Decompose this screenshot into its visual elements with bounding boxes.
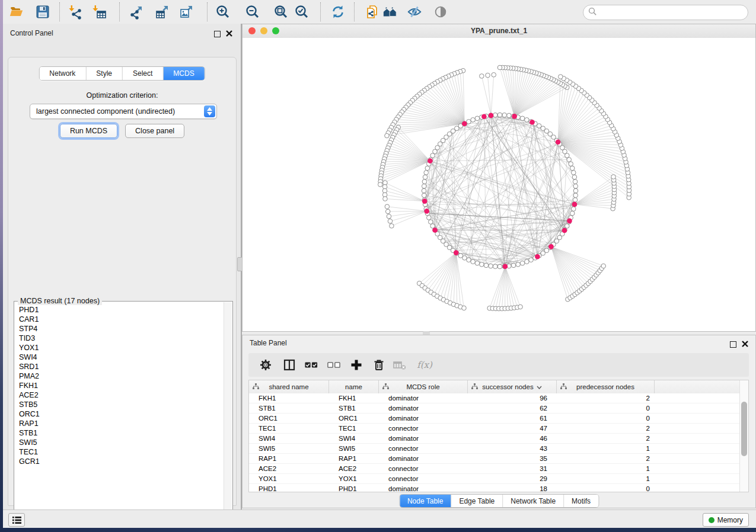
table-row[interactable]: RAP1RAP1dominator352 xyxy=(249,454,740,464)
tab-style[interactable]: Style xyxy=(86,67,123,80)
mcds-list-scrollbar[interactable] xyxy=(224,302,232,521)
show-columns-icon[interactable] xyxy=(283,358,296,371)
tab-select[interactable]: Select xyxy=(123,67,163,80)
tab-node-table[interactable]: Node Table xyxy=(400,495,452,507)
optimization-criterion-select[interactable]: largest connected component (undirected) xyxy=(30,104,217,119)
desktop-background-bottom xyxy=(0,528,756,532)
table-row[interactable]: TEC1TEC1connector472 xyxy=(249,424,740,434)
copy-network-icon[interactable] xyxy=(365,4,380,20)
table-row[interactable]: ACE2ACE2connector311 xyxy=(249,464,740,474)
open-file-icon[interactable] xyxy=(9,4,24,20)
status-bar: Memory xyxy=(3,509,756,528)
show-log-button[interactable] xyxy=(8,513,25,527)
table-cell: SWI5 xyxy=(329,445,379,452)
run-mcds-button[interactable]: Run MCDS xyxy=(60,124,117,138)
show-all-icon[interactable] xyxy=(433,4,448,20)
column-type-icon xyxy=(471,383,478,391)
zoom-in-icon[interactable] xyxy=(215,4,231,20)
table-row[interactable]: SWI4SWI4dominator462 xyxy=(249,434,740,444)
column-header-name[interactable]: name xyxy=(329,380,379,393)
list-item[interactable]: SWI5 xyxy=(19,438,224,447)
select-all-columns-icon[interactable] xyxy=(305,358,318,371)
table-scrollbar[interactable] xyxy=(739,380,748,492)
list-item[interactable]: STB5 xyxy=(19,400,224,409)
table-options-icon[interactable] xyxy=(259,358,272,371)
list-item[interactable]: YOX1 xyxy=(19,343,224,352)
float-panel-icon[interactable] xyxy=(214,31,221,37)
list-item[interactable]: GCR1 xyxy=(19,457,224,466)
table-cell: 2 xyxy=(557,435,655,442)
export-image-icon[interactable] xyxy=(179,4,194,20)
list-item[interactable]: STP4 xyxy=(19,324,224,334)
list-item[interactable]: ORC1 xyxy=(19,409,224,419)
tab-network-table[interactable]: Network Table xyxy=(503,495,564,507)
save-session-icon[interactable] xyxy=(35,4,50,20)
column-header-predecessor-nodes[interactable]: predecessor nodes xyxy=(557,380,655,393)
table-row[interactable]: PHD1PHD1dominator180 xyxy=(249,484,740,492)
network-window-titlebar[interactable]: YPA_prune.txt_1 xyxy=(243,24,755,39)
list-item[interactable]: RAP1 xyxy=(19,419,224,428)
table-cell: TEC1 xyxy=(329,425,379,432)
list-item[interactable]: SWI4 xyxy=(19,352,224,362)
add-column-icon[interactable] xyxy=(350,358,363,371)
mcds-tab-panel: Optimization criterion: largest connecte… xyxy=(8,57,237,506)
table-row[interactable]: YOX1YOX1connector291 xyxy=(249,474,740,484)
node-table-body: FKH1FKH1dominator962STB1STB1dominator620… xyxy=(249,393,740,492)
float-panel-icon[interactable] xyxy=(730,341,736,348)
zoom-fit-icon[interactable] xyxy=(273,4,289,20)
network-window-title: YPA_prune.txt_1 xyxy=(243,27,755,35)
tab-motifs[interactable]: Motifs xyxy=(564,495,598,507)
zoom-out-icon[interactable] xyxy=(245,4,260,20)
table-cell: RAP1 xyxy=(329,455,379,462)
import-network-icon[interactable] xyxy=(68,4,84,20)
list-item[interactable]: ACE2 xyxy=(19,390,224,400)
export-table-icon[interactable] xyxy=(155,4,170,20)
first-neighbors-icon[interactable] xyxy=(382,4,398,20)
table-cell: TEC1 xyxy=(249,425,329,432)
column-header-mcds-role[interactable]: MCDS role xyxy=(379,380,468,393)
table-row[interactable]: FKH1FKH1dominator962 xyxy=(249,393,740,403)
select-stepper-icon xyxy=(204,105,215,117)
table-scrollbar-thumb[interactable] xyxy=(741,402,747,456)
node-table: shared name name MCDS role successor nod… xyxy=(248,380,749,492)
tab-edge-table[interactable]: Edge Table xyxy=(451,495,503,507)
list-item[interactable]: PMA2 xyxy=(19,371,224,381)
import-table-icon[interactable] xyxy=(92,4,107,20)
table-row[interactable]: STB1STB1dominator620 xyxy=(249,403,740,414)
refresh-icon[interactable] xyxy=(330,4,346,20)
memory-status-icon xyxy=(709,517,714,523)
list-item[interactable]: SRD1 xyxy=(19,362,224,371)
close-panel-icon[interactable] xyxy=(226,28,232,39)
list-item[interactable]: TEC1 xyxy=(19,447,224,457)
table-cell: 0 xyxy=(557,415,655,422)
list-item[interactable]: CAR1 xyxy=(19,315,224,324)
export-network-icon[interactable] xyxy=(129,4,144,20)
close-panel-icon[interactable] xyxy=(742,339,748,350)
search-input[interactable] xyxy=(597,8,748,17)
list-item[interactable]: TID3 xyxy=(19,334,224,343)
hide-selected-icon[interactable] xyxy=(407,4,422,20)
column-header-successor-nodes[interactable]: successor nodes xyxy=(468,380,557,393)
column-header-shared-name[interactable]: shared name xyxy=(249,380,329,393)
network-graph[interactable] xyxy=(243,38,755,331)
delete-columns-icon[interactable] xyxy=(372,358,385,371)
table-cell: 29 xyxy=(468,475,557,482)
search-field[interactable] xyxy=(583,5,748,20)
table-row[interactable]: SWI5SWI5connector431 xyxy=(249,444,740,454)
tab-mcds[interactable]: MCDS xyxy=(163,67,204,80)
list-item[interactable]: STB1 xyxy=(19,428,224,438)
close-panel-button[interactable]: Close panel xyxy=(125,124,184,138)
mcds-result-list[interactable]: PHD1CAR1STP4TID3YOX1SWI4SRD1PMA2FKH1ACE2… xyxy=(15,305,224,521)
memory-button[interactable]: Memory xyxy=(703,513,749,527)
memory-label: Memory xyxy=(717,516,743,524)
tab-network[interactable]: Network xyxy=(39,67,86,80)
deselect-all-columns-icon[interactable] xyxy=(327,358,340,371)
table-cell: 61 xyxy=(468,415,557,422)
table-cell: PHD1 xyxy=(249,485,329,492)
list-item[interactable]: PHD1 xyxy=(19,305,224,315)
table-row[interactable]: ORC1ORC1dominator610 xyxy=(249,414,740,424)
zoom-selected-icon[interactable] xyxy=(294,4,310,20)
list-item[interactable]: FKH1 xyxy=(19,381,224,390)
toolbar-separator xyxy=(320,2,321,21)
network-canvas[interactable] xyxy=(243,38,755,331)
